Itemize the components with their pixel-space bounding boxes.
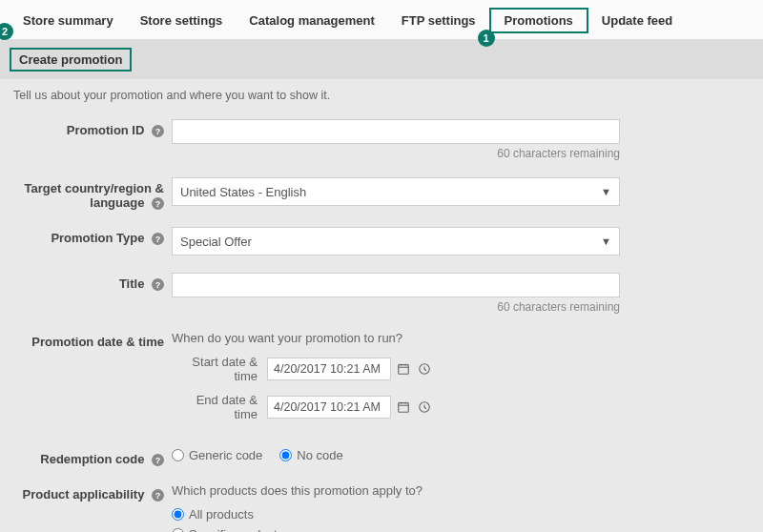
target-select[interactable]: United States - English ▼: [172, 177, 620, 206]
tab-bar: Store summary Store settings Catalog man…: [0, 0, 763, 40]
label-promotion-type: Promotion Type ?: [10, 227, 172, 245]
calendar-icon[interactable]: [395, 360, 412, 378]
promotion-type-select[interactable]: Special Offer ▼: [172, 227, 620, 256]
label-title: Title ?: [10, 273, 172, 291]
section-description: Tell us about your promotion and where y…: [10, 89, 753, 102]
help-icon[interactable]: ?: [152, 233, 164, 245]
svg-rect-2: [399, 403, 409, 413]
end-date-input[interactable]: [267, 396, 391, 419]
tab-update-feed[interactable]: Update feed: [588, 8, 686, 33]
section-title: Create promotion: [10, 48, 132, 72]
label-promotion-id: Promotion ID ?: [10, 119, 172, 137]
calendar-icon[interactable]: [395, 399, 412, 416]
content-area: 2 Create promotion Tell us about your pr…: [0, 40, 763, 532]
help-icon[interactable]: ?: [152, 454, 164, 466]
help-icon[interactable]: ?: [152, 489, 164, 501]
help-icon[interactable]: ?: [152, 278, 164, 291]
title-hint: 60 characters remaining: [172, 300, 620, 314]
title-input[interactable]: [172, 273, 620, 297]
tab-ftp-settings[interactable]: FTP settings: [388, 8, 489, 33]
label-start-date: Start date & time: [172, 355, 267, 383]
chevron-down-icon: ▼: [601, 235, 611, 247]
radio-no-code[interactable]: No code: [279, 448, 342, 462]
applicability-desc: Which products does this promotion apply…: [172, 483, 753, 498]
tab-promotions[interactable]: Promotions: [489, 8, 588, 33]
radio-generic-code[interactable]: Generic code: [172, 448, 262, 462]
chevron-down-icon: ▼: [601, 186, 611, 197]
promotion-id-hint: 60 characters remaining: [172, 147, 620, 160]
tab-catalog-management[interactable]: Catalog management: [236, 8, 387, 33]
clock-icon[interactable]: [416, 399, 433, 416]
label-redemption: Redemption code ?: [10, 448, 172, 466]
svg-rect-0: [399, 365, 409, 375]
target-select-value: United States - English: [180, 185, 306, 199]
help-icon[interactable]: ?: [152, 125, 164, 137]
date-desc: When do you want your promotion to run?: [172, 331, 753, 345]
start-date-input[interactable]: [267, 358, 391, 380]
label-date-time: Promotion date & time: [10, 331, 172, 349]
annotation-1: 1: [478, 30, 495, 47]
promotion-type-value: Special Offer: [180, 235, 252, 249]
label-target: Target country/region & language ?: [10, 177, 172, 210]
clock-icon[interactable]: [416, 360, 433, 378]
tab-store-summary[interactable]: Store summary: [10, 8, 127, 33]
radio-specific-products[interactable]: Specific products: [172, 527, 283, 532]
label-applicability: Product applicability ?: [10, 483, 172, 501]
promotion-id-input[interactable]: [172, 119, 620, 144]
section-header: 2 Create promotion: [0, 40, 763, 79]
help-icon[interactable]: ?: [152, 197, 164, 210]
radio-all-products[interactable]: All products: [172, 507, 254, 522]
label-end-date: End date & time: [172, 393, 267, 421]
tab-store-settings[interactable]: Store settings: [127, 8, 237, 33]
